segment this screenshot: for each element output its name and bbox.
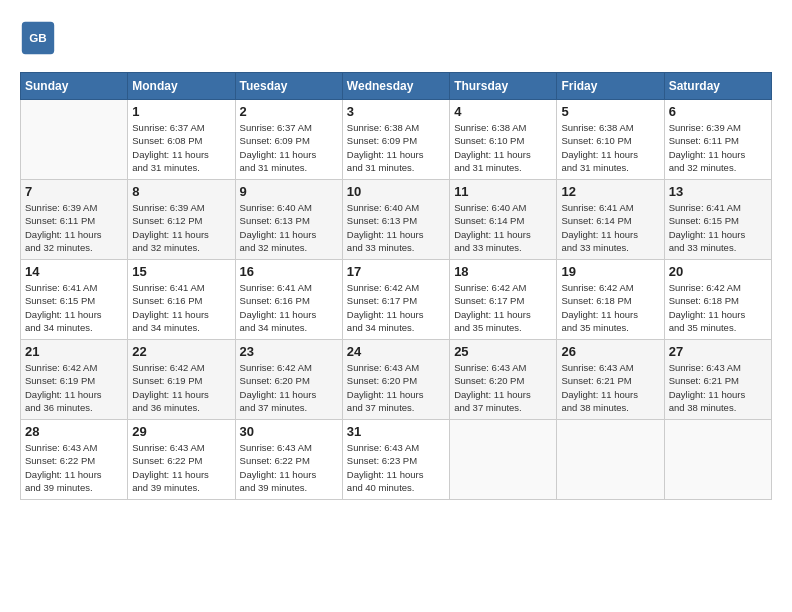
logo-icon: GB	[20, 20, 56, 56]
day-number: 15	[132, 264, 230, 279]
day-number: 29	[132, 424, 230, 439]
day-info: Sunrise: 6:42 AMSunset: 6:17 PMDaylight:…	[454, 281, 552, 334]
day-info: Sunrise: 6:38 AMSunset: 6:10 PMDaylight:…	[561, 121, 659, 174]
calendar-cell: 21Sunrise: 6:42 AMSunset: 6:19 PMDayligh…	[21, 340, 128, 420]
calendar-cell: 11Sunrise: 6:40 AMSunset: 6:14 PMDayligh…	[450, 180, 557, 260]
day-number: 21	[25, 344, 123, 359]
day-info: Sunrise: 6:39 AMSunset: 6:11 PMDaylight:…	[669, 121, 767, 174]
day-info: Sunrise: 6:38 AMSunset: 6:09 PMDaylight:…	[347, 121, 445, 174]
calendar-cell: 29Sunrise: 6:43 AMSunset: 6:22 PMDayligh…	[128, 420, 235, 500]
day-info: Sunrise: 6:38 AMSunset: 6:10 PMDaylight:…	[454, 121, 552, 174]
day-number: 5	[561, 104, 659, 119]
day-info: Sunrise: 6:40 AMSunset: 6:13 PMDaylight:…	[240, 201, 338, 254]
day-number: 6	[669, 104, 767, 119]
day-number: 8	[132, 184, 230, 199]
calendar-cell: 18Sunrise: 6:42 AMSunset: 6:17 PMDayligh…	[450, 260, 557, 340]
header-thursday: Thursday	[450, 73, 557, 100]
calendar-cell: 15Sunrise: 6:41 AMSunset: 6:16 PMDayligh…	[128, 260, 235, 340]
day-number: 10	[347, 184, 445, 199]
header-sunday: Sunday	[21, 73, 128, 100]
calendar-cell: 2Sunrise: 6:37 AMSunset: 6:09 PMDaylight…	[235, 100, 342, 180]
calendar-cell: 23Sunrise: 6:42 AMSunset: 6:20 PMDayligh…	[235, 340, 342, 420]
calendar-cell: 14Sunrise: 6:41 AMSunset: 6:15 PMDayligh…	[21, 260, 128, 340]
calendar-cell: 13Sunrise: 6:41 AMSunset: 6:15 PMDayligh…	[664, 180, 771, 260]
calendar-cell: 8Sunrise: 6:39 AMSunset: 6:12 PMDaylight…	[128, 180, 235, 260]
day-info: Sunrise: 6:42 AMSunset: 6:18 PMDaylight:…	[561, 281, 659, 334]
calendar-cell: 27Sunrise: 6:43 AMSunset: 6:21 PMDayligh…	[664, 340, 771, 420]
calendar-cell: 5Sunrise: 6:38 AMSunset: 6:10 PMDaylight…	[557, 100, 664, 180]
day-info: Sunrise: 6:43 AMSunset: 6:21 PMDaylight:…	[561, 361, 659, 414]
day-info: Sunrise: 6:42 AMSunset: 6:17 PMDaylight:…	[347, 281, 445, 334]
day-number: 25	[454, 344, 552, 359]
logo: GB	[20, 20, 62, 56]
calendar-cell: 26Sunrise: 6:43 AMSunset: 6:21 PMDayligh…	[557, 340, 664, 420]
calendar-table: SundayMondayTuesdayWednesdayThursdayFrid…	[20, 72, 772, 500]
calendar-cell: 1Sunrise: 6:37 AMSunset: 6:08 PMDaylight…	[128, 100, 235, 180]
calendar-cell: 30Sunrise: 6:43 AMSunset: 6:22 PMDayligh…	[235, 420, 342, 500]
day-info: Sunrise: 6:43 AMSunset: 6:21 PMDaylight:…	[669, 361, 767, 414]
day-number: 20	[669, 264, 767, 279]
calendar-cell: 17Sunrise: 6:42 AMSunset: 6:17 PMDayligh…	[342, 260, 449, 340]
day-number: 11	[454, 184, 552, 199]
day-info: Sunrise: 6:40 AMSunset: 6:14 PMDaylight:…	[454, 201, 552, 254]
header-monday: Monday	[128, 73, 235, 100]
day-number: 9	[240, 184, 338, 199]
calendar-cell	[450, 420, 557, 500]
day-number: 12	[561, 184, 659, 199]
header-wednesday: Wednesday	[342, 73, 449, 100]
day-number: 14	[25, 264, 123, 279]
day-number: 27	[669, 344, 767, 359]
calendar-cell: 16Sunrise: 6:41 AMSunset: 6:16 PMDayligh…	[235, 260, 342, 340]
day-info: Sunrise: 6:41 AMSunset: 6:16 PMDaylight:…	[132, 281, 230, 334]
day-number: 3	[347, 104, 445, 119]
day-info: Sunrise: 6:41 AMSunset: 6:16 PMDaylight:…	[240, 281, 338, 334]
day-number: 30	[240, 424, 338, 439]
calendar-cell: 3Sunrise: 6:38 AMSunset: 6:09 PMDaylight…	[342, 100, 449, 180]
day-info: Sunrise: 6:41 AMSunset: 6:15 PMDaylight:…	[25, 281, 123, 334]
day-number: 19	[561, 264, 659, 279]
day-number: 16	[240, 264, 338, 279]
day-info: Sunrise: 6:39 AMSunset: 6:12 PMDaylight:…	[132, 201, 230, 254]
calendar-cell: 9Sunrise: 6:40 AMSunset: 6:13 PMDaylight…	[235, 180, 342, 260]
day-number: 26	[561, 344, 659, 359]
day-info: Sunrise: 6:43 AMSunset: 6:22 PMDaylight:…	[240, 441, 338, 494]
day-info: Sunrise: 6:37 AMSunset: 6:09 PMDaylight:…	[240, 121, 338, 174]
day-number: 24	[347, 344, 445, 359]
day-info: Sunrise: 6:40 AMSunset: 6:13 PMDaylight:…	[347, 201, 445, 254]
calendar-cell	[21, 100, 128, 180]
day-info: Sunrise: 6:37 AMSunset: 6:08 PMDaylight:…	[132, 121, 230, 174]
day-number: 2	[240, 104, 338, 119]
calendar-cell	[557, 420, 664, 500]
calendar-cell: 6Sunrise: 6:39 AMSunset: 6:11 PMDaylight…	[664, 100, 771, 180]
day-info: Sunrise: 6:42 AMSunset: 6:19 PMDaylight:…	[132, 361, 230, 414]
day-info: Sunrise: 6:42 AMSunset: 6:18 PMDaylight:…	[669, 281, 767, 334]
calendar-cell: 31Sunrise: 6:43 AMSunset: 6:23 PMDayligh…	[342, 420, 449, 500]
calendar-cell: 24Sunrise: 6:43 AMSunset: 6:20 PMDayligh…	[342, 340, 449, 420]
header-tuesday: Tuesday	[235, 73, 342, 100]
calendar-cell: 10Sunrise: 6:40 AMSunset: 6:13 PMDayligh…	[342, 180, 449, 260]
page-header: GB	[20, 20, 772, 56]
day-info: Sunrise: 6:43 AMSunset: 6:20 PMDaylight:…	[347, 361, 445, 414]
calendar-cell	[664, 420, 771, 500]
day-info: Sunrise: 6:43 AMSunset: 6:22 PMDaylight:…	[25, 441, 123, 494]
day-info: Sunrise: 6:39 AMSunset: 6:11 PMDaylight:…	[25, 201, 123, 254]
day-number: 28	[25, 424, 123, 439]
day-info: Sunrise: 6:41 AMSunset: 6:14 PMDaylight:…	[561, 201, 659, 254]
day-number: 17	[347, 264, 445, 279]
day-number: 7	[25, 184, 123, 199]
calendar-cell: 12Sunrise: 6:41 AMSunset: 6:14 PMDayligh…	[557, 180, 664, 260]
day-number: 31	[347, 424, 445, 439]
header-friday: Friday	[557, 73, 664, 100]
calendar-cell: 19Sunrise: 6:42 AMSunset: 6:18 PMDayligh…	[557, 260, 664, 340]
day-number: 23	[240, 344, 338, 359]
day-info: Sunrise: 6:42 AMSunset: 6:20 PMDaylight:…	[240, 361, 338, 414]
day-info: Sunrise: 6:43 AMSunset: 6:20 PMDaylight:…	[454, 361, 552, 414]
day-number: 18	[454, 264, 552, 279]
day-info: Sunrise: 6:41 AMSunset: 6:15 PMDaylight:…	[669, 201, 767, 254]
day-number: 13	[669, 184, 767, 199]
calendar-cell: 28Sunrise: 6:43 AMSunset: 6:22 PMDayligh…	[21, 420, 128, 500]
calendar-cell: 7Sunrise: 6:39 AMSunset: 6:11 PMDaylight…	[21, 180, 128, 260]
day-info: Sunrise: 6:42 AMSunset: 6:19 PMDaylight:…	[25, 361, 123, 414]
day-number: 1	[132, 104, 230, 119]
day-info: Sunrise: 6:43 AMSunset: 6:22 PMDaylight:…	[132, 441, 230, 494]
